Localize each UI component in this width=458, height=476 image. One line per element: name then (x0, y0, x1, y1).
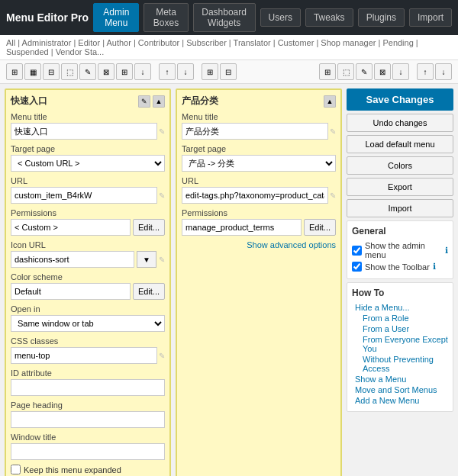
left-css-icon: ✎ (159, 352, 165, 360)
right-target-page-select[interactable]: 产品 -> 分类 (182, 155, 336, 172)
left-icon-url-label: Icon URL (11, 240, 165, 249)
tb-right-7[interactable]: ↓ (435, 63, 452, 80)
left-permissions-edit-btn[interactable]: Edit... (133, 219, 165, 236)
toolbar-right: ⊞ ⬚ ✎ ⊠ ↓ ↑ ↓ (319, 63, 452, 80)
left-target-page-select[interactable]: < Custom URL > (11, 155, 165, 172)
tb-right-5[interactable]: ↓ (392, 63, 409, 80)
right-panel-header: 产品分类 ▲ (182, 95, 336, 108)
left-icon-url-row: Icon URL ▼ ✎ (11, 240, 165, 268)
right-panel: 产品分类 ▲ Menu title ✎ Target page 产品 -> 分类 (176, 88, 342, 476)
left-url-input[interactable] (11, 187, 157, 204)
left-keep-expanded-label: Keep this menu expanded (24, 465, 121, 474)
howto-link-4[interactable]: Without Preventing Access (352, 355, 448, 373)
tb-right-4[interactable]: ⊠ (374, 63, 391, 80)
tb-icon-1[interactable]: ⊞ (6, 63, 23, 80)
save-button[interactable]: Save Changes (347, 88, 453, 111)
left-keep-expanded-checkbox[interactable] (11, 465, 21, 474)
left-window-title-input[interactable] (11, 443, 165, 460)
load-default-button[interactable]: Load default menu (347, 135, 453, 153)
left-menu-title-input[interactable] (11, 123, 157, 140)
show-admin-info-icon: ℹ (445, 246, 448, 256)
left-window-title-row: Window title (11, 433, 165, 460)
right-permissions-row: Permissions Edit... (182, 208, 336, 236)
tb-icon-3[interactable]: ⊟ (43, 63, 60, 80)
tb-icon-10[interactable]: ↓ (177, 63, 194, 80)
howto-link-1[interactable]: From a Role (352, 314, 448, 323)
left-panel-edit-icon[interactable]: ✎ (138, 95, 150, 108)
show-toolbar-row: Show the Toolbar ℹ (352, 262, 448, 272)
left-css-classes-row: CSS classes ✎ (11, 336, 165, 364)
left-color-scheme-input[interactable] (11, 283, 131, 300)
right-menu-title-label: Menu title (182, 112, 336, 121)
tb-icon-9[interactable]: ↑ (159, 63, 176, 80)
howto-link-2[interactable]: From a User (352, 324, 448, 333)
right-permissions-label: Permissions (182, 208, 336, 217)
howto-link-3[interactable]: From Everyone Except You (352, 335, 448, 353)
left-color-edit-btn[interactable]: Edit... (133, 283, 165, 300)
tb-icon-7[interactable]: ⊞ (116, 63, 133, 80)
left-id-attr-input[interactable] (11, 379, 165, 396)
howto-link-6[interactable]: Move and Sort Menus (352, 385, 448, 394)
left-url-icon: ✎ (159, 191, 165, 200)
main-area: 快速入口 ✎ ▲ Menu title ✎ Target page < Cust… (0, 84, 458, 476)
right-menu-title-input[interactable] (182, 123, 328, 140)
right-menu-title-row: Menu title ✎ (182, 112, 336, 140)
tab-users[interactable]: Users (260, 8, 301, 27)
right-url-input[interactable] (182, 187, 328, 204)
colors-button[interactable]: Colors (347, 156, 453, 175)
left-keep-expanded-row: Keep this menu expanded (11, 465, 165, 474)
show-admin-row: Show the admin menu ℹ (352, 241, 448, 259)
left-icon-btn[interactable]: ▼ (137, 251, 156, 268)
left-panel-collapse-icon[interactable]: ▲ (153, 95, 165, 108)
howto-link-7[interactable]: Add a New Menu (352, 396, 448, 405)
left-open-in-select[interactable]: Same window or tab (11, 315, 165, 332)
tab-import[interactable]: Import (409, 8, 452, 27)
general-title: General (352, 226, 448, 236)
tb-right-3[interactable]: ✎ (356, 63, 373, 80)
tab-meta-boxes[interactable]: Meta Boxes (144, 3, 188, 32)
left-color-scheme-row: Color scheme Edit... (11, 272, 165, 300)
left-permissions-input[interactable] (11, 219, 131, 236)
left-menu-title-label: Menu title (11, 112, 165, 121)
right-permissions-input[interactable] (182, 219, 302, 236)
howto-section: How To Hide a Menu... From a Role From a… (347, 282, 453, 412)
howto-link-5[interactable]: Show a Menu (352, 375, 448, 384)
tb-icon-11[interactable]: ⊞ (202, 63, 218, 80)
tab-tweaks[interactable]: Tweaks (305, 8, 353, 27)
app-title: Menu Editor Pro (6, 11, 89, 24)
right-target-page-label: Target page (182, 144, 336, 153)
right-url-row: URL ✎ (182, 176, 336, 204)
right-panel-collapse-icon[interactable]: ▲ (324, 95, 336, 108)
tab-plugins[interactable]: Plugins (358, 8, 405, 27)
right-url-icon: ✎ (330, 191, 336, 200)
left-css-classes-input[interactable] (11, 347, 157, 364)
tb-icon-8[interactable]: ↓ (134, 63, 151, 80)
left-page-heading-label: Page heading (11, 400, 165, 410)
howto-link-0[interactable]: Hide a Menu... (352, 303, 448, 312)
show-toolbar-checkbox[interactable] (352, 262, 362, 272)
right-panel-icons: ▲ (324, 95, 336, 108)
left-open-in-label: Open in (11, 304, 165, 314)
left-page-heading-input[interactable] (11, 411, 165, 428)
toolbar-left: ⊞ ▦ ⊟ ⬚ ✎ ⊠ ⊞ ↓ ↑ ↓ ⊞ ⊟ (6, 63, 316, 80)
tb-icon-6[interactable]: ⊠ (98, 63, 114, 80)
left-permissions-label: Permissions (11, 208, 165, 217)
tb-right-1[interactable]: ⊞ (319, 63, 336, 80)
right-permissions-edit-btn[interactable]: Edit... (304, 219, 336, 236)
undo-button[interactable]: Undo changes (347, 114, 453, 132)
export-button[interactable]: Export (347, 178, 453, 196)
right-show-link[interactable]: Show advanced options (182, 240, 336, 249)
import-button[interactable]: Import (347, 199, 453, 217)
tb-icon-4[interactable]: ⬚ (61, 63, 78, 80)
tb-icon-2[interactable]: ▦ (24, 63, 41, 80)
left-icon-url-input[interactable] (11, 251, 134, 268)
tb-icon-5[interactable]: ✎ (79, 63, 96, 80)
role-links: All | Administrator | Editor | Author | … (6, 38, 418, 56)
tb-right-6[interactable]: ↑ (417, 63, 434, 80)
show-admin-checkbox[interactable] (352, 246, 362, 256)
tb-right-2[interactable]: ⬚ (337, 63, 354, 80)
tab-dashboard-widgets[interactable]: Dashboard Widgets (193, 3, 256, 32)
right-target-page-row: Target page 产品 -> 分类 (182, 144, 336, 172)
tab-admin-menu[interactable]: Admin Menu (93, 3, 139, 32)
tb-icon-12[interactable]: ⊟ (220, 63, 237, 80)
